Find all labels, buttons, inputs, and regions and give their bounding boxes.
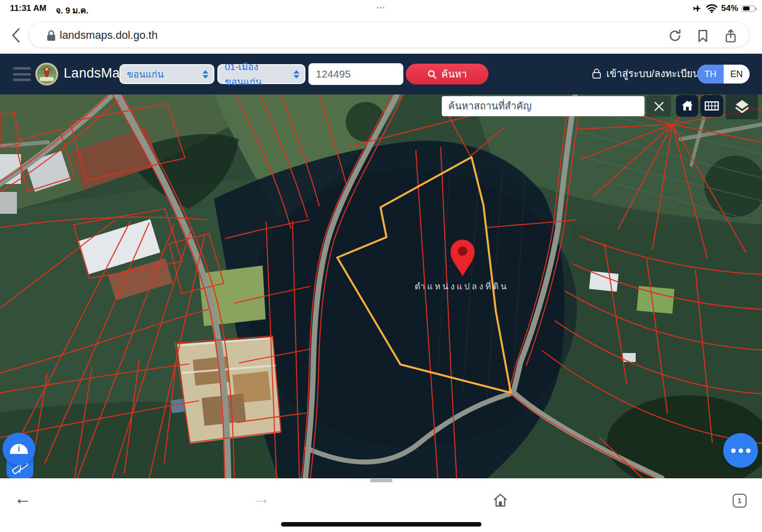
lang-th-button[interactable]: TH [697,65,724,84]
select-updown-icon [202,70,208,79]
grid-icon [704,100,719,112]
battery-icon [742,5,755,12]
lang-en-button[interactable]: EN [724,65,750,84]
airplane-mode-icon [692,3,702,13]
browser-toolbar: landsmaps.dol.go.th [0,17,762,54]
info-button[interactable] [2,433,35,465]
home-icon [680,99,694,113]
map-viewport[interactable]: ตำแหน่งแปลงที่ดิน [0,94,762,478]
place-search-input[interactable] [442,96,645,116]
district-select[interactable]: 01-เมืองขอนแก่น [217,64,305,84]
search-button-label: ค้นหา [441,66,467,82]
battery-percent: 54% [721,3,738,13]
dol-emblem-logo [35,62,59,86]
share-icon[interactable] [723,28,738,43]
bookmark-icon[interactable] [695,28,710,43]
dot [731,448,736,453]
login-register-label: เข้าสู่ระบบ/ลงทะเบียน [606,66,699,82]
login-register-link[interactable]: เข้าสู่ระบบ/ลงทะเบียน [592,66,699,82]
url-text: landsmaps.dol.go.th [60,29,158,42]
reload-icon[interactable] [667,28,682,43]
status-bar: 11:31 AM จ. 9 ม.ค. ••• 54% [0,0,762,17]
menu-hamburger-icon[interactable] [13,66,31,83]
map-home-button[interactable] [676,95,698,117]
info-icon [10,444,28,454]
landsmaps-header: LandsMaps ขอนแก่น 01-เมืองขอนแก่น ค้นหา … [0,54,762,94]
tab-count: 1 [738,497,742,505]
satellite-map-canvas[interactable]: ตำแหน่งแปลงที่ดิน [0,94,762,478]
magnifier-icon [427,70,437,79]
toolbar-drag-handle[interactable] [370,479,392,482]
dot [739,448,743,453]
language-toggle: TH EN [697,65,750,84]
map-grid-button[interactable] [700,95,723,117]
more-options-button[interactable] [723,433,758,468]
select-updown-icon [293,70,299,79]
wifi-icon [706,4,718,13]
layers-icon [734,98,751,115]
parcel-pin-label: ตำแหน่งแปลงที่ดิน [414,280,508,291]
tab-switcher-button[interactable]: 1 [733,494,747,508]
dot [746,448,751,453]
nav-back-button[interactable]: ← [14,489,32,507]
multitask-dots-icon: ••• [0,4,762,10]
map-layers-button[interactable] [726,94,758,119]
province-select[interactable]: ขอนแก่น [119,64,214,84]
province-value: ขอนแก่น [127,67,164,82]
secure-lock-icon [46,29,57,42]
browser-back-button[interactable] [7,24,25,46]
home-outline-icon [492,492,508,508]
login-lock-icon [592,68,601,80]
parcel-number-input[interactable] [308,63,403,85]
close-icon [654,101,665,112]
clear-search-button[interactable] [647,95,671,117]
search-button[interactable]: ค้นหา [406,64,488,85]
nav-forward-button: → [253,489,271,507]
nav-home-button[interactable] [492,492,508,510]
home-indicator[interactable] [281,522,481,527]
browser-bottom-toolbar: ← → 1 [0,478,762,532]
district-value: 01-เมืองขอนแก่น [225,59,293,89]
url-bar[interactable]: landsmaps.dol.go.th [28,22,750,48]
